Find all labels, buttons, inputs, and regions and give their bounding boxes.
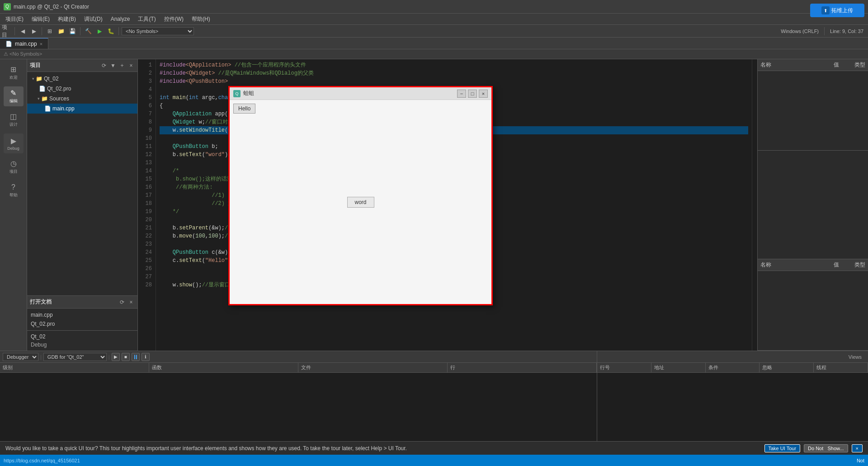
menu-tools[interactable]: 工具(T) <box>134 14 159 24</box>
open-file[interactable]: 📁 <box>56 26 66 36</box>
nav-back[interactable]: ◀ <box>18 26 28 36</box>
tree-sources-folder[interactable]: ▾ 📁 Sources <box>27 94 137 104</box>
project-icon: ◷ <box>10 159 17 168</box>
menu-build[interactable]: 构建(B) <box>54 14 80 24</box>
file-tree-panel: 项目 ⟳ ▼ + × ▾ 📁 Qt_02 📄 Qt_02.pro <box>27 59 138 351</box>
tree-qt02-pro[interactable]: 📄 Qt_02.pro <box>27 84 137 94</box>
debug-info-btn[interactable]: ℹ <box>142 353 150 361</box>
open-docs-header: 打开文档 ⟳ × <box>27 296 137 309</box>
word-button[interactable]: word <box>347 197 374 208</box>
new-file[interactable]: ⊞ <box>45 26 55 36</box>
open-docs-close[interactable]: × <box>127 299 135 306</box>
tab-close-btn[interactable]: × <box>40 41 42 47</box>
main-toolbar: 项目 ◀ ▶ ⊞ 📁 💾 🔨 ▶ 🐛 <No Symbols> Windows … <box>0 25 868 38</box>
symbols-dropdown[interactable]: <No Symbols> <box>122 27 194 35</box>
debug-run-btn[interactable]: ▶ <box>112 353 120 361</box>
debug-icon: ▶ <box>11 137 16 145</box>
debug-stack-content <box>0 373 597 441</box>
welcome-label: 欢迎 <box>9 75 18 81</box>
dialog-maximize[interactable]: □ <box>468 90 477 98</box>
open-doc-pro[interactable]: Qt_02.pro <box>27 319 137 328</box>
open-docs-title: 打开文档 <box>30 298 117 306</box>
sidebar-edit[interactable]: ✎ 编辑 <box>4 86 24 106</box>
save-file[interactable]: 💾 <box>67 26 77 36</box>
debug-step-btn[interactable]: ⏸ <box>132 353 140 361</box>
tree-label-sources: Sources <box>49 95 69 102</box>
open-doc-main-label: main.cpp <box>31 312 53 318</box>
open-doc-pro-label: Qt_02.pro <box>31 321 55 327</box>
proj-debug-label[interactable]: Debug <box>31 341 134 349</box>
blue-action-button[interactable]: ⬆ 拓维上传 <box>810 4 864 17</box>
right-panel-bottom-header: 名称 值 类型 <box>758 259 868 271</box>
breakpoints-toolbar: Views <box>597 351 868 363</box>
dialog-content: Hello word <box>230 100 491 304</box>
dialog-close[interactable]: × <box>479 90 488 98</box>
file-tree-add[interactable]: + <box>118 62 126 69</box>
title-bar: Q main.cpp @ Qt_02 - Qt Creator − □ × <box>0 0 868 14</box>
dialog-minimize[interactable]: − <box>457 90 466 98</box>
code-vertical-scrollbar[interactable] <box>752 59 757 351</box>
tree-icon-main: 📄 <box>44 105 51 112</box>
debug-btn[interactable]: 🐛 <box>106 26 116 36</box>
debugger-select[interactable]: Debugger <box>3 353 38 361</box>
sidebar-welcome[interactable]: ⊞ 欢迎 <box>4 63 24 83</box>
breakpoints-content <box>597 373 868 441</box>
bp-col-addr: 地址 <box>651 363 706 372</box>
open-docs-sync[interactable]: ⟳ <box>118 299 126 306</box>
file-tree-sync[interactable]: ⟳ <box>100 62 108 69</box>
close-notification[interactable]: × <box>852 444 863 452</box>
file-tree: ▾ 📁 Qt_02 📄 Qt_02.pro ▾ 📁 Sources <box>27 72 137 295</box>
project-bottom: Qt_02 Debug <box>27 330 137 351</box>
file-tree-title: 项目 <box>30 62 99 69</box>
menu-edit[interactable]: 编辑(E) <box>28 14 53 24</box>
views-label: Views <box>849 354 862 360</box>
sidebar-help[interactable]: ? 帮助 <box>4 181 24 200</box>
debug-col-level: 级别 <box>0 363 149 372</box>
file-tree-filter[interactable]: ▼ <box>109 62 117 69</box>
file-tree-close[interactable]: × <box>127 62 135 69</box>
bottom-panel: Debugger | GDB for "Qt_02" | ▶ ■ ⏸ ℹ 级别 … <box>0 351 868 441</box>
status-bar-right: Not <box>857 458 864 463</box>
dialog-title: 蛆蛆 <box>243 90 454 97</box>
editor-tab-bar: 📄 main.cpp × <box>0 38 868 49</box>
do-not-button[interactable]: Do Not Show... <box>804 444 848 452</box>
sidebar-design[interactable]: ◫ 设计 <box>4 110 24 130</box>
debug-col-func: 函数 <box>149 363 298 372</box>
open-doc-main[interactable]: main.cpp <box>27 310 137 319</box>
floating-dialog: Q 蛆蛆 − □ × Hello word <box>228 86 493 305</box>
debug-label: Debug <box>7 146 19 151</box>
project-label-sidebar: 项目 <box>9 169 18 175</box>
tree-tri-qt02: ▾ <box>32 76 34 81</box>
debug-toolbar: Debugger | GDB for "Qt_02" | ▶ ■ ⏸ ℹ <box>0 351 597 363</box>
menu-help[interactable]: 帮助(H) <box>188 14 214 24</box>
right-panel-type: 类型 <box>854 61 865 69</box>
menu-controls[interactable]: 控件(W) <box>160 14 187 24</box>
toolbar-sep-5 <box>824 27 825 35</box>
toolbar-sep-1 <box>14 27 15 35</box>
tab-main-cpp[interactable]: 📄 main.cpp × <box>0 38 48 49</box>
debug-stack-panel: Debugger | GDB for "Qt_02" | ▶ ■ ⏸ ℹ 级别 … <box>0 351 597 441</box>
run-btn[interactable]: ▶ <box>94 26 104 36</box>
design-label: 设计 <box>9 122 18 128</box>
debug-stop-btn[interactable]: ■ <box>122 353 130 361</box>
right-panel-top-header: 名称 值 类型 <box>758 59 868 71</box>
sidebar-project[interactable]: ◷ 项目 <box>4 157 24 177</box>
build-btn[interactable]: 🔨 <box>83 26 93 36</box>
breakpoints-table-header: 行号 地址 条件 忽略 线程 <box>597 363 868 373</box>
take-tour-button[interactable]: Take UI Tour <box>764 444 801 452</box>
nav-forward[interactable]: ▶ <box>29 26 39 36</box>
app-icon: Q <box>4 3 11 10</box>
right-bottom-type: 类型 <box>854 261 865 269</box>
sidebar-debug[interactable]: ▶ Debug <box>4 133 24 153</box>
menu-analyze[interactable]: Analyze <box>107 14 134 24</box>
proj-label[interactable]: Qt_02 <box>31 333 134 341</box>
gdb-select[interactable]: GDB for "Qt_02" <box>43 353 107 361</box>
menu-project[interactable]: 项目(E) <box>2 14 27 24</box>
open-docs-list: main.cpp Qt_02.pro <box>27 309 137 330</box>
tree-label-qt02: Qt_02 <box>44 76 59 82</box>
tree-main-cpp[interactable]: 📄 main.cpp <box>27 104 137 114</box>
menu-debug[interactable]: 调试(D) <box>80 14 106 24</box>
tree-qt02-root[interactable]: ▾ 📁 Qt_02 <box>27 74 137 84</box>
hello-button[interactable]: Hello <box>233 104 255 114</box>
window-title: main.cpp @ Qt_02 - Qt Creator <box>14 4 842 10</box>
